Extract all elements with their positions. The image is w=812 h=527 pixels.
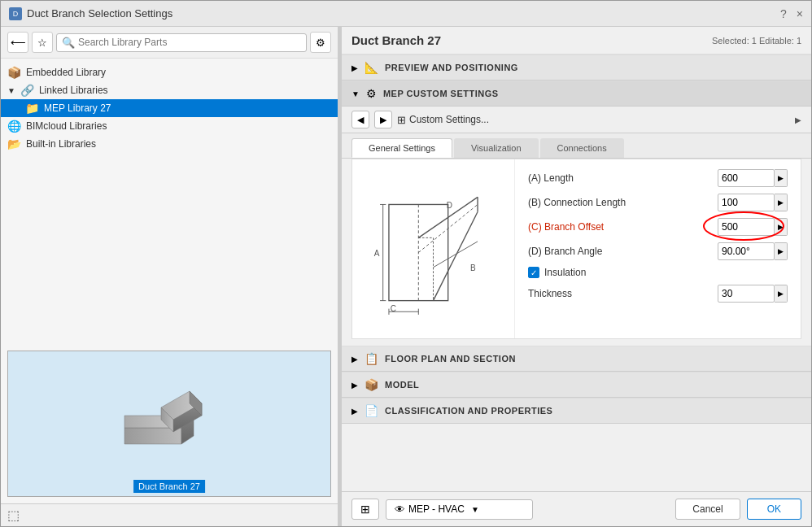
label-insulation: Insulation <box>544 267 586 278</box>
param-row-connection-length: (B) Connection Length ▶ <box>528 194 788 211</box>
custom-settings-text: Custom Settings... <box>409 114 489 125</box>
arrow-length[interactable]: ▶ <box>775 169 788 187</box>
floor-plan-btn-icon: ⊞ <box>360 503 370 516</box>
settings-button[interactable]: ⚙ <box>310 32 331 53</box>
search-box: 🔍 <box>56 33 307 52</box>
param-row-branch-offset: (C) Branch Offset ▶ <box>528 218 788 236</box>
floor-plan-icon: 📋 <box>365 352 378 365</box>
tree-icon-builtin: 📂 <box>7 137 21 150</box>
nav-next-button[interactable]: ▶ <box>374 111 392 128</box>
tree-icon-mep27: 📁 <box>25 102 39 115</box>
help-button[interactable]: ? <box>780 7 787 20</box>
mep-label: MEP - HVAC <box>408 503 465 515</box>
tree-icon-embedded: 📦 <box>7 66 21 79</box>
dropdown-arrow-icon: ▼ <box>471 505 479 514</box>
input-connection-length[interactable] <box>718 194 775 211</box>
tree-item-bimcloud[interactable]: 🌐 BIMcloud Libraries <box>1 117 338 135</box>
tree-label-embedded: Embedded Library <box>26 67 106 78</box>
tree-label-bimcloud: BIMcloud Libraries <box>26 120 107 132</box>
input-branch-offset[interactable] <box>718 218 775 236</box>
tree-label-mep27: MEP Library 27 <box>44 102 111 114</box>
floor-plan-expand-icon: ▶ <box>351 355 358 364</box>
tree-view: 📦 Embedded Library ▼ 🔗 Linked Libraries … <box>1 59 338 344</box>
eye-icon: 👁 <box>395 503 405 516</box>
insulation-checkbox[interactable]: ✓ <box>528 267 539 278</box>
param-row-length: (A) Length ▶ <box>528 169 788 187</box>
parameters-area: (A) Length ▶ (B) Connection Length ▶ <box>515 159 801 338</box>
tab-general-settings[interactable]: General Settings <box>351 138 452 158</box>
tree-item-mep27[interactable]: 📁 MEP Library 27 <box>1 99 338 117</box>
tree-item-embedded[interactable]: 📦 Embedded Library <box>1 63 338 81</box>
search-icon: 🔍 <box>62 37 75 49</box>
model-icon: 📦 <box>365 378 378 391</box>
section-mep-custom[interactable]: ▼ ⚙ MEP CUSTOM SETTINGS <box>342 81 811 107</box>
label-connection-length: (B) Connection Length <box>528 197 711 208</box>
cancel-button[interactable]: Cancel <box>675 499 740 520</box>
tree-label-builtin: Built-in Libraries <box>26 138 96 150</box>
section-label-classification: CLASSIFICATION AND PROPERTIES <box>385 406 552 416</box>
param-row-thickness: Thickness ▶ <box>528 285 788 303</box>
input-thickness[interactable] <box>718 285 775 303</box>
status-icon[interactable]: ⬚ <box>7 507 20 523</box>
section-floor-plan[interactable]: ▶ 📋 FLOOR PLAN AND SECTION <box>342 346 811 372</box>
tree-item-linked[interactable]: ▼ 🔗 Linked Libraries <box>1 81 338 99</box>
arrow-thickness[interactable]: ▶ <box>775 285 788 303</box>
section-collapse-icon: ▼ <box>351 89 360 98</box>
duct-diagram-svg: D A B C <box>360 168 506 330</box>
left-panel: ⟵ ☆ 🔍 ⚙ 📦 Embedded Library ▼ 🔗 Linked Li… <box>1 27 338 526</box>
section-label-mep: MEP CUSTOM SETTINGS <box>383 89 499 98</box>
svg-line-10 <box>434 212 478 301</box>
spacer <box>342 424 811 491</box>
label-thickness: Thickness <box>528 288 711 299</box>
mep-dropdown[interactable]: 👁 MEP - HVAC ▼ <box>386 499 533 520</box>
custom-settings-icon: ⊞ <box>397 114 406 126</box>
settings-content: D A B C <box>351 159 801 339</box>
section-label-preview: PREVIEW AND POSITIONING <box>385 63 518 72</box>
custom-settings-expand-icon: ▶ <box>795 115 801 124</box>
chevron-down-icon: ▼ <box>7 86 15 95</box>
input-group-branch-offset: ▶ <box>718 218 788 236</box>
tree-icon-bimcloud: 🌐 <box>7 120 21 133</box>
tree-item-builtin[interactable]: 📂 Built-in Libraries <box>1 135 338 153</box>
param-row-branch-angle: (D) Branch Angle ▶ <box>528 242 788 260</box>
selection-info: Selected: 1 Editable: 1 <box>712 36 801 46</box>
favorites-button[interactable]: ☆ <box>32 32 53 53</box>
label-branch-angle: (D) Branch Angle <box>528 246 711 257</box>
check-icon: ✓ <box>530 268 537 277</box>
section-label-model: MODEL <box>385 380 419 390</box>
custom-settings-bar: ◀ ▶ ⊞ Custom Settings... ▶ <box>342 107 811 133</box>
right-header: Duct Branch 27 Selected: 1 Editable: 1 <box>342 27 811 54</box>
svg-text:B: B <box>470 264 476 272</box>
section-classification[interactable]: ▶ 📄 CLASSIFICATION AND PROPERTIES <box>342 398 811 424</box>
section-preview-positioning[interactable]: ▶ 📐 PREVIEW AND POSITIONING <box>342 54 811 81</box>
ok-button[interactable]: OK <box>747 499 801 520</box>
nav-prev-button[interactable]: ◀ <box>351 111 369 128</box>
search-input[interactable] <box>78 37 301 48</box>
tree-label-linked: Linked Libraries <box>39 85 108 96</box>
tab-visualization[interactable]: Visualization <box>454 138 539 158</box>
app-icon: D <box>9 7 22 20</box>
preview-area: Duct Branch 27 <box>7 351 331 497</box>
custom-settings-dropdown[interactable]: ⊞ Custom Settings... <box>397 114 790 126</box>
close-button[interactable]: × <box>797 7 803 20</box>
arrow-connection-length[interactable]: ▶ <box>775 194 788 211</box>
right-panel: Duct Branch 27 Selected: 1 Editable: 1 ▶… <box>342 27 811 526</box>
title-bar: D Duct Branch Selection Settings ? × <box>1 1 811 27</box>
model-expand-icon: ▶ <box>351 381 358 390</box>
tab-connections[interactable]: Connections <box>540 138 624 158</box>
input-length[interactable] <box>718 169 775 187</box>
section-label-floor-plan: FLOOR PLAN AND SECTION <box>385 354 516 364</box>
arrow-branch-angle[interactable]: ▶ <box>775 242 788 260</box>
classification-icon: 📄 <box>365 404 378 417</box>
svg-text:D: D <box>447 201 452 210</box>
arrow-branch-offset[interactable]: ▶ <box>775 218 788 236</box>
back-button[interactable]: ⟵ <box>7 32 28 53</box>
input-branch-angle[interactable] <box>718 242 775 260</box>
floor-plan-button[interactable]: ⊞ <box>351 499 379 520</box>
dialog-title: Duct Branch Selection Settings <box>27 7 172 20</box>
bottom-bar: ⊞ 👁 MEP - HVAC ▼ Cancel OK <box>342 491 811 526</box>
title-bar-controls: ? × <box>780 7 803 20</box>
section-model[interactable]: ▶ 📦 MODEL <box>342 372 811 398</box>
dialog-container: D Duct Branch Selection Settings ? × ⟵ ☆… <box>0 0 812 527</box>
preview-label: Duct Branch 27 <box>133 480 205 493</box>
